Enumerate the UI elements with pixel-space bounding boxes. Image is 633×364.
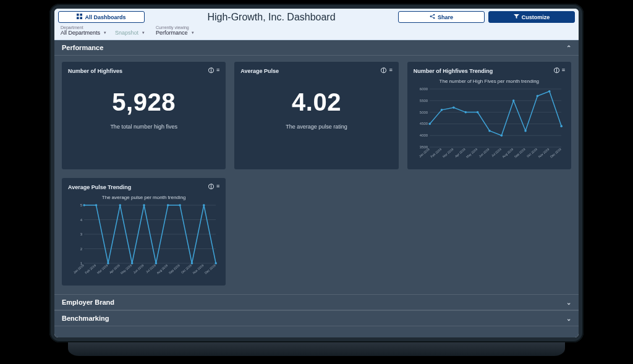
svg-rect-1 bbox=[80, 14, 83, 16]
caret-down-icon: ▾ bbox=[104, 30, 106, 35]
section-title: Employer Brand bbox=[62, 298, 114, 306]
svg-point-36 bbox=[464, 111, 467, 114]
menu-icon[interactable]: ≡ bbox=[216, 183, 219, 191]
svg-point-35 bbox=[452, 106, 455, 109]
svg-point-41 bbox=[524, 130, 527, 132]
avg-pulse-trend-chart: 12345Jan 2019Feb 2019Mar 2019Apr 2019May… bbox=[68, 203, 219, 277]
department-filter-value: All Departments bbox=[61, 30, 100, 36]
svg-point-67 bbox=[83, 204, 85, 206]
filter-icon bbox=[514, 14, 519, 20]
svg-text:Jun 2019: Jun 2019 bbox=[478, 147, 490, 158]
svg-rect-2 bbox=[77, 17, 79, 19]
card-avg-pulse: Average Pulse ⓘ ≡ 4.02 The average pulse… bbox=[234, 62, 398, 169]
svg-text:Nov 2019: Nov 2019 bbox=[192, 263, 204, 274]
card-highfives: Number of Highfives ⓘ ≡ 5,928 The total … bbox=[62, 62, 226, 169]
svg-text:Jan 2019: Jan 2019 bbox=[72, 263, 85, 274]
svg-text:Nov 2019: Nov 2019 bbox=[537, 147, 550, 158]
page-title: High-Growth, Inc. Dashboard bbox=[148, 12, 394, 23]
info-icon[interactable]: ⓘ bbox=[554, 67, 559, 75]
svg-rect-3 bbox=[80, 17, 83, 19]
svg-point-77 bbox=[203, 204, 205, 206]
info-icon[interactable]: ⓘ bbox=[208, 183, 214, 191]
svg-point-72 bbox=[143, 204, 145, 206]
svg-point-38 bbox=[488, 130, 491, 132]
svg-text:2: 2 bbox=[80, 247, 83, 251]
menu-icon[interactable]: ≡ bbox=[389, 67, 392, 75]
card-avg-pulse-trend: Average Pulse Trending ⓘ ≡ The average p… bbox=[62, 178, 226, 286]
svg-point-40 bbox=[512, 99, 515, 102]
highfives-value: 5,928 bbox=[68, 88, 219, 116]
svg-text:Sep 2019: Sep 2019 bbox=[513, 147, 525, 158]
svg-point-76 bbox=[191, 262, 193, 265]
dashboard-body: Performance ⌃ Number of Highfives ⓘ ≡ 5,… bbox=[54, 40, 579, 337]
app-screen: All Dashboards High-Growth, Inc. Dashboa… bbox=[54, 9, 579, 337]
customize-button[interactable]: Customize bbox=[488, 11, 575, 23]
top-toolbar: All Dashboards High-Growth, Inc. Dashboa… bbox=[54, 9, 579, 24]
menu-icon[interactable]: ≡ bbox=[216, 67, 219, 75]
svg-text:Apr 2019: Apr 2019 bbox=[454, 147, 466, 158]
department-filter[interactable]: Department All Departments ▾ Snapshot ▾ bbox=[61, 25, 145, 36]
svg-point-68 bbox=[95, 204, 98, 206]
viewing-filter-label: Currently viewing bbox=[156, 25, 194, 30]
svg-point-73 bbox=[155, 262, 158, 265]
chart-subtitle: The average pulse per month trending bbox=[68, 195, 219, 200]
svg-point-75 bbox=[179, 204, 181, 206]
svg-point-69 bbox=[107, 262, 109, 265]
svg-point-42 bbox=[536, 95, 538, 97]
section-employer-brand[interactable]: Employer Brand ⌄ bbox=[54, 294, 579, 310]
filter-bar: Department All Departments ▾ Snapshot ▾ … bbox=[54, 24, 579, 40]
svg-text:4500: 4500 bbox=[419, 122, 428, 125]
svg-point-74 bbox=[167, 204, 169, 206]
svg-text:Jun 2019: Jun 2019 bbox=[132, 263, 145, 274]
customize-label: Customize bbox=[522, 14, 550, 20]
info-icon[interactable]: ⓘ bbox=[381, 67, 386, 75]
svg-point-44 bbox=[560, 125, 563, 127]
svg-text:6000: 6000 bbox=[419, 87, 428, 91]
svg-text:Sep 2019: Sep 2019 bbox=[168, 263, 180, 274]
section-benchmarking[interactable]: Benchmarking ⌄ bbox=[54, 310, 579, 326]
svg-point-71 bbox=[131, 262, 134, 265]
laptop-base bbox=[68, 342, 565, 356]
menu-icon[interactable]: ≡ bbox=[562, 67, 565, 75]
svg-point-34 bbox=[440, 109, 443, 111]
svg-line-7 bbox=[431, 15, 434, 17]
svg-point-78 bbox=[215, 262, 217, 265]
svg-text:4000: 4000 bbox=[419, 133, 428, 137]
share-icon bbox=[430, 14, 435, 20]
svg-text:Aug 2019: Aug 2019 bbox=[501, 147, 514, 158]
svg-rect-0 bbox=[77, 14, 79, 16]
all-dashboards-label: All Dashboards bbox=[85, 14, 125, 20]
svg-text:May 2019: May 2019 bbox=[120, 263, 133, 275]
svg-text:Feb 2019: Feb 2019 bbox=[84, 263, 96, 274]
share-button[interactable]: Share bbox=[398, 11, 485, 23]
svg-text:Jul 2019: Jul 2019 bbox=[490, 147, 502, 158]
svg-text:Dec 2019: Dec 2019 bbox=[204, 263, 216, 274]
highfives-trend-chart: 350040004500500055006000Jan 2019Feb 2019… bbox=[414, 87, 565, 161]
svg-point-37 bbox=[476, 111, 478, 114]
section-title: Performance bbox=[62, 44, 103, 51]
svg-text:Jul 2019: Jul 2019 bbox=[145, 263, 157, 274]
caret-down-icon: ▾ bbox=[192, 30, 194, 35]
svg-text:Feb 2019: Feb 2019 bbox=[430, 147, 442, 158]
svg-line-8 bbox=[431, 17, 434, 19]
highfives-subtitle: The total number high fives bbox=[68, 124, 219, 130]
chevron-down-icon: ⌄ bbox=[566, 315, 571, 322]
svg-text:Dec 2019: Dec 2019 bbox=[549, 147, 561, 158]
svg-text:Oct 2019: Oct 2019 bbox=[181, 263, 193, 274]
avg-pulse-subtitle: The average pulse rating bbox=[240, 124, 392, 130]
viewing-filter-value: Performance bbox=[156, 30, 188, 36]
all-dashboards-button[interactable]: All Dashboards bbox=[58, 11, 145, 23]
section-title: Benchmarking bbox=[62, 315, 109, 322]
svg-text:Mar 2019: Mar 2019 bbox=[441, 147, 454, 158]
svg-text:Aug 2019: Aug 2019 bbox=[156, 263, 168, 274]
chevron-down-icon: ⌄ bbox=[566, 299, 571, 306]
svg-text:3: 3 bbox=[80, 232, 83, 236]
performance-grid: Number of Highfives ⓘ ≡ 5,928 The total … bbox=[54, 56, 579, 294]
svg-point-43 bbox=[548, 90, 551, 93]
info-icon[interactable]: ⓘ bbox=[208, 67, 214, 75]
svg-point-33 bbox=[428, 123, 431, 125]
section-performance[interactable]: Performance ⌃ bbox=[54, 40, 579, 56]
viewing-filter[interactable]: Currently viewing Performance ▾ bbox=[156, 25, 194, 36]
svg-text:Mar 2019: Mar 2019 bbox=[96, 263, 108, 274]
chart-subtitle: The number of High Fives per month trend… bbox=[414, 78, 565, 84]
